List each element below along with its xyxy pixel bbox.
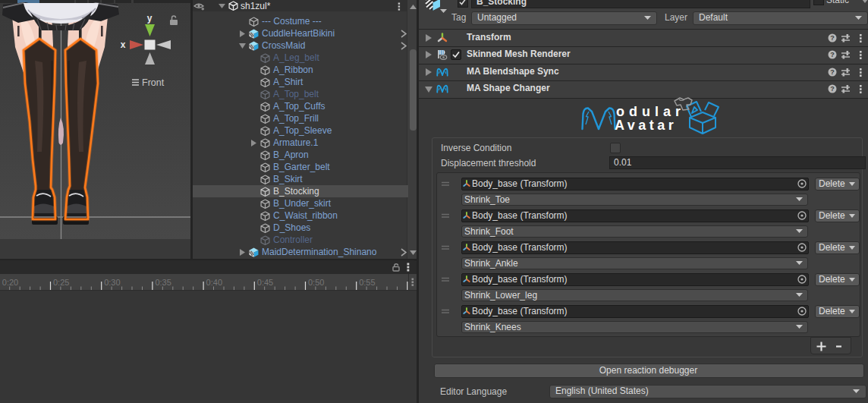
svg-text:?: ? [830, 51, 835, 58]
svg-text:Front: Front [142, 77, 165, 88]
svg-text:0:20: 0:20 [2, 278, 18, 287]
svg-text:odular: odular [616, 104, 685, 119]
svg-text:?: ? [830, 68, 835, 76]
svg-text:0:50: 0:50 [308, 278, 324, 287]
svg-text:y: y [147, 13, 153, 24]
svg-text:?: ? [830, 85, 835, 93]
svg-text:x: x [121, 39, 126, 50]
svg-text:0:30: 0:30 [104, 278, 120, 287]
svg-text:Avatar: Avatar [615, 118, 677, 133]
svg-text:0:55: 0:55 [359, 278, 375, 287]
svg-text:0:35: 0:35 [155, 278, 171, 287]
svg-text:0:45: 0:45 [257, 278, 273, 287]
svg-text:0:40: 0:40 [206, 278, 222, 287]
svg-text:0:25: 0:25 [53, 278, 69, 287]
svg-text:?: ? [830, 34, 835, 42]
